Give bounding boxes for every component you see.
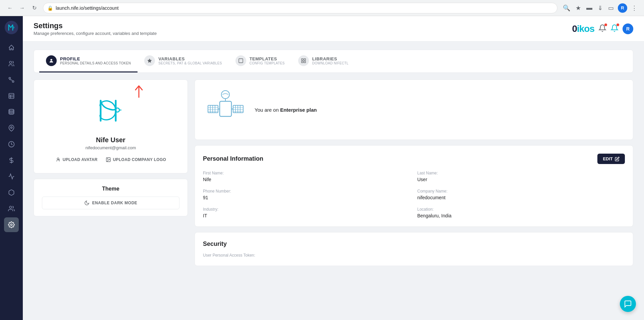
dark-mode-label: ENABLE DARK MODE — [92, 201, 138, 205]
tab-profile-icon — [46, 55, 57, 66]
security-card: Security User Personal Access Token: — [195, 232, 633, 266]
upload-logo-button[interactable]: UPLOAD COMPANY LOGO — [106, 157, 166, 162]
field-first-name: First Name: Nife — [203, 171, 411, 182]
svg-point-14 — [9, 206, 12, 209]
url-text: launch.nife.io/settings/account — [56, 5, 119, 11]
notification-button[interactable] — [598, 24, 606, 34]
field-phone: Phone Number: 91 — [203, 189, 411, 200]
page-title: Settings — [34, 21, 157, 30]
sidebar-item-table[interactable] — [4, 89, 19, 103]
tab-templates-text: TEMPLATES CONFIG TEMPLATES — [250, 56, 285, 65]
tab-libraries-icon — [298, 55, 309, 66]
tab-libraries-sub-label: DOWNLOAD NIFECTL — [312, 61, 348, 65]
top-header: Settings Manage preferences, configure a… — [23, 16, 644, 42]
page-subtitle: Manage preferences, configure account, v… — [34, 31, 157, 36]
profile-icon[interactable]: ▭ — [607, 3, 615, 13]
search-browser-icon[interactable]: 🔍 — [561, 3, 572, 13]
company-label: Company Name: — [417, 189, 625, 194]
company-value: nifedocument — [417, 195, 625, 200]
sidebar-item-box[interactable] — [4, 185, 19, 200]
edit-button[interactable]: EDIT — [597, 154, 625, 164]
plan-card: You are on Enterprise plan — [195, 79, 633, 140]
sidebar — [0, 16, 23, 320]
plan-text: You are on Enterprise plan — [255, 107, 317, 113]
download-icon[interactable]: ⇓ — [596, 3, 604, 13]
field-last-name: Last Name: User — [417, 171, 625, 182]
menu-icon[interactable]: ⋮ — [630, 3, 639, 13]
profile-email: nifedocument@gmail.com — [86, 145, 136, 150]
security-title: Security — [203, 241, 625, 248]
first-name-value: Nife — [203, 177, 411, 182]
notification-dot — [604, 23, 607, 26]
theme-title: Theme — [42, 186, 179, 192]
phone-value: 91 — [203, 195, 411, 200]
user-avatar-chrome[interactable]: R — [618, 3, 627, 13]
svg-point-0 — [5, 21, 18, 34]
profile-name: Nife User — [96, 136, 125, 144]
sidebar-item-git[interactable] — [4, 72, 19, 87]
industry-label: Industry: — [203, 207, 411, 212]
satellite-icon — [203, 88, 247, 131]
upload-avatar-label: UPLOAD AVATAR — [63, 157, 98, 162]
sidebar-item-users[interactable] — [4, 201, 19, 216]
back-button[interactable]: ← — [5, 3, 15, 13]
profile-avatar-svg — [91, 91, 131, 131]
phone-label: Phone Number: — [203, 189, 411, 194]
tab-variables-icon — [144, 55, 155, 66]
sidebar-item-analytics[interactable] — [4, 169, 19, 184]
brand-ikos: ikos — [577, 23, 594, 34]
personal-info-title: Personal Information — [203, 155, 263, 162]
bookmark-icon[interactable]: ★ — [574, 3, 582, 13]
first-name-label: First Name: — [203, 171, 411, 175]
forward-button[interactable]: → — [17, 3, 27, 13]
sidebar-item-home[interactable] — [4, 40, 19, 55]
info-card-header: Personal Information EDIT — [203, 154, 625, 164]
address-bar[interactable]: 🔒 launch.nife.io/settings/account — [43, 3, 557, 13]
tab-libraries[interactable]: LIBRARIES DOWNLOAD NIFECTL — [291, 50, 355, 72]
tab-templates[interactable]: TEMPLATES CONFIG TEMPLATES — [229, 50, 291, 72]
tab-variables[interactable]: VARIABLES SECRETS, PAT & GLOBAL VARIABLE… — [138, 50, 228, 72]
info-grid: First Name: Nife Last Name: User Phone N… — [203, 171, 625, 218]
personal-info-card: Personal Information EDIT First Name: Ni… — [195, 145, 633, 227]
sidebar-item-billing[interactable] — [4, 153, 19, 168]
chat-button[interactable] — [620, 296, 636, 312]
sidebar-logo[interactable] — [4, 20, 19, 35]
svg-rect-21 — [302, 61, 303, 63]
profile-card: Nife User nifedocument@gmail.com UPLOAD … — [34, 79, 188, 173]
header-left: Settings Manage preferences, configure a… — [34, 21, 157, 36]
upload-arrow — [133, 84, 144, 100]
browser-actions: 🔍 ★ ▬ ⇓ ▭ R ⋮ — [561, 3, 639, 13]
dark-mode-button[interactable]: ENABLE DARK MODE — [42, 197, 179, 209]
tab-variables-main-label: VARIABLES — [158, 56, 222, 61]
right-panel: You are on Enterprise plan Personal Info… — [195, 79, 633, 266]
browser-nav-buttons: ← → ↻ — [5, 3, 39, 13]
theme-card: Theme ENABLE DARK MODE — [34, 179, 188, 216]
tab-templates-sub-label: CONFIG TEMPLATES — [250, 61, 285, 65]
tab-profile-text: PROFILE PERSONAL DETAILS AND ACCESS TOKE… — [60, 56, 131, 65]
location-value: Bengaluru, India — [417, 213, 625, 218]
tab-profile[interactable]: PROFILE PERSONAL DETAILS AND ACCESS TOKE… — [39, 50, 138, 72]
security-icon: 🔒 — [47, 5, 53, 11]
sidebar-item-settings[interactable] — [4, 217, 19, 232]
tab-templates-icon — [235, 55, 246, 66]
header-user-avatar[interactable]: R — [623, 23, 633, 34]
svg-marker-17 — [148, 58, 152, 63]
tab-profile-main-label: PROFILE — [60, 56, 131, 61]
reload-button[interactable]: ↻ — [30, 3, 39, 13]
sidebar-item-database[interactable] — [4, 105, 19, 119]
sidebar-item-clock[interactable] — [4, 137, 19, 152]
tab-libraries-text: LIBRARIES DOWNLOAD NIFECTL — [312, 56, 348, 65]
svg-point-2 — [9, 61, 12, 64]
extensions-icon[interactable]: ▬ — [585, 3, 594, 13]
upload-avatar-button[interactable]: UPLOAD AVATAR — [55, 157, 98, 162]
plan-prefix: You are on — [255, 107, 279, 113]
field-industry: Industry: IT — [203, 207, 411, 218]
user-menu-button[interactable] — [610, 24, 619, 34]
content-grid: Nife User nifedocument@gmail.com UPLOAD … — [34, 79, 633, 266]
sidebar-item-location[interactable] — [4, 121, 19, 136]
sidebar-item-team[interactable] — [4, 56, 19, 71]
svg-point-28 — [107, 159, 108, 159]
upload-buttons: UPLOAD AVATAR UPLOAD COMPANY LOGO — [55, 157, 166, 162]
brand-0: 0 — [572, 23, 577, 34]
browser-chrome: ← → ↻ 🔒 launch.nife.io/settings/account … — [0, 0, 644, 16]
